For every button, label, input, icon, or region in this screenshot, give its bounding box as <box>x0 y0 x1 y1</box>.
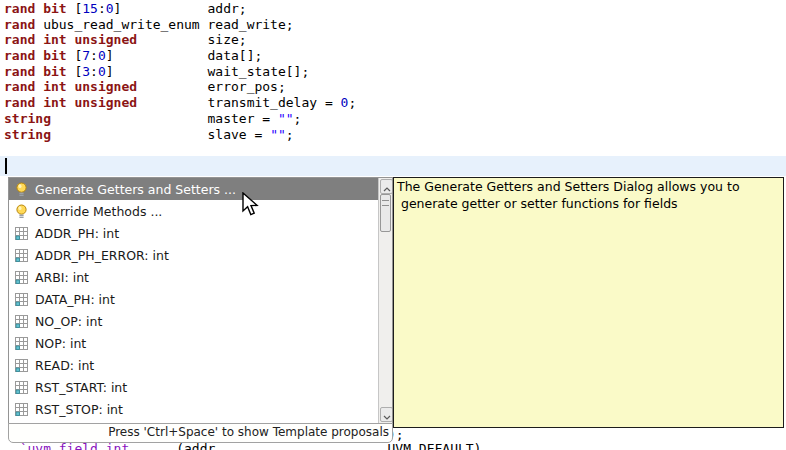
scroll-down-button[interactable] <box>380 407 393 422</box>
code-line: rand int unsigned error_pos; <box>4 79 356 95</box>
scrollbar-thumb[interactable] <box>380 194 391 232</box>
completion-item-label: NOP: int <box>35 336 86 351</box>
code-editor[interactable]: rand bit [15:0] addr;rand ubus_read_writ… <box>4 1 356 142</box>
enum-field-icon <box>14 314 28 329</box>
status-hint-bar: Press 'Ctrl+Space' to show Template prop… <box>8 423 393 443</box>
completion-item[interactable]: RST_START: int <box>9 376 378 398</box>
enum-field-icon <box>14 336 28 351</box>
completion-item-label: RST_START: int <box>35 380 127 395</box>
code-line: rand bit [15:0] addr; <box>4 1 356 17</box>
code-line: string slave = ""; <box>4 127 356 143</box>
mouse-cursor <box>242 192 260 222</box>
completion-item-label: Generate Getters and Setters ... <box>35 182 236 197</box>
popup-scrollbar[interactable] <box>378 178 392 423</box>
enum-field-icon <box>14 358 28 373</box>
content-assist-popup: Generate Getters and Setters ...Override… <box>8 177 393 424</box>
text-caret <box>5 158 7 174</box>
code-line: rand bit [7:0] data[]; <box>4 48 356 64</box>
completion-item-label: ADDR_PH: int <box>35 226 119 241</box>
chevron-down-icon <box>383 405 391 424</box>
code-line: rand int unsigned size; <box>4 32 356 48</box>
completion-item[interactable]: Generate Getters and Setters ... <box>9 178 378 200</box>
completion-item-label: ARBI: int <box>35 270 89 285</box>
completion-item[interactable]: ARBI: int <box>9 266 378 288</box>
lightbulb-icon <box>14 182 28 197</box>
completion-item-label: DATA_PH: int <box>35 292 115 307</box>
code-line: string master = ""; <box>4 111 356 127</box>
enum-field-icon <box>14 292 28 307</box>
scroll-up-button[interactable] <box>380 179 393 194</box>
enum-field-icon <box>14 380 28 395</box>
code-line: rand ubus_read_write_enum read_write; <box>4 17 356 33</box>
completion-item[interactable]: ADDR_PH: int <box>9 222 378 244</box>
status-hint-text: Press 'Ctrl+Space' to show Template prop… <box>108 425 389 439</box>
completion-item[interactable]: RST_STOP: int <box>9 398 378 420</box>
enum-field-icon <box>14 270 28 285</box>
completion-item[interactable]: READ: int <box>9 354 378 376</box>
completion-item-label: READ: int <box>35 358 94 373</box>
lightbulb-icon <box>14 204 28 219</box>
completion-item-label: ADDR_PH_ERROR: int <box>35 248 169 263</box>
code-line: rand bit [3:0] wait_state[]; <box>4 64 356 80</box>
completion-list: Generate Getters and Setters ...Override… <box>9 178 378 423</box>
completion-item[interactable]: ADDR_PH_ERROR: int <box>9 244 378 266</box>
completion-item[interactable]: DATA_PH: int <box>9 288 378 310</box>
completion-item-label: Override Methods ... <box>35 204 162 219</box>
completion-item-label: RST_STOP: int <box>35 402 123 417</box>
completion-item[interactable]: NO_OP: int <box>9 310 378 332</box>
completion-item-label: NO_OP: int <box>35 314 102 329</box>
proposal-info-panel: The Generate Getters and Setters Dialog … <box>393 177 784 428</box>
code-line: rand int unsigned transmit_delay = 0; <box>4 95 356 111</box>
current-line-highlight <box>0 156 786 176</box>
enum-field-icon <box>14 226 28 241</box>
thumb-grip-icon <box>382 200 389 206</box>
completion-item[interactable]: Override Methods ... <box>9 200 378 222</box>
enum-field-icon <box>14 402 28 417</box>
info-text-line1: The Generate Getters and Setters Dialog … <box>397 179 781 196</box>
completion-item[interactable]: NOP: int <box>9 332 378 354</box>
info-text-line2: generate getter or setter functions for … <box>397 196 781 213</box>
enum-field-icon <box>14 248 28 263</box>
